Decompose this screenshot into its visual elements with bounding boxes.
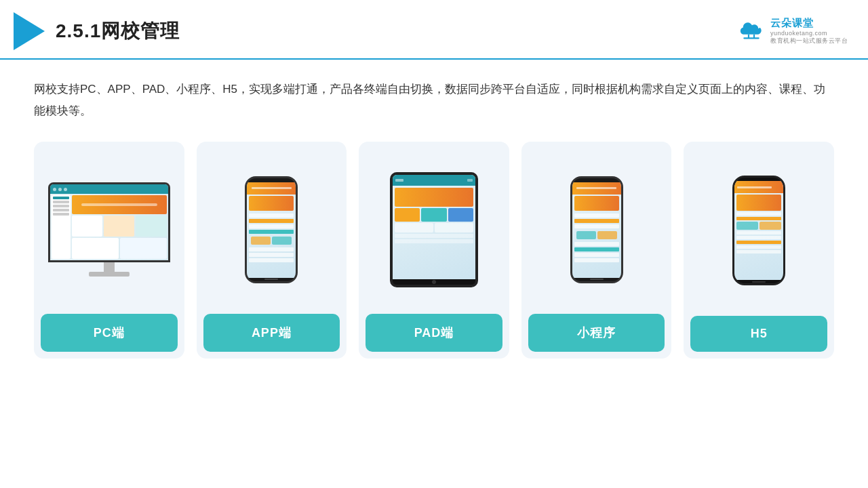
app-phone-icon [245, 176, 298, 283]
card-pad: PAD端 [359, 142, 509, 359]
brand-name: 云朵课堂 [770, 17, 814, 30]
card-app-label: APP端 [203, 314, 340, 352]
brand-tagline: 教育机构一站式服务云平台 [770, 37, 848, 45]
card-pc-label: PC端 [41, 314, 178, 352]
card-miniprogram-image [521, 142, 672, 314]
svg-rect-2 [743, 37, 759, 39]
card-pad-image [359, 142, 509, 314]
card-app: APP端 [197, 142, 347, 359]
brand-text-group: 云朵课堂 yunduoketang.com 教育机构一站式服务云平台 [770, 17, 848, 45]
description-text: 网校支持PC、APP、PAD、小程序、H5，实现多端打通，产品各终端自由切换，数… [34, 79, 834, 123]
miniprogram-phone-icon [570, 176, 623, 283]
brand-url: yunduoketang.com [770, 30, 827, 37]
card-miniprogram-label: 小程序 [528, 314, 665, 352]
pad-tablet-icon [390, 172, 478, 287]
card-miniprogram: 小程序 [521, 142, 672, 359]
header-left: 2.5.1网校管理 [14, 12, 180, 50]
card-h5: H5 [684, 142, 834, 359]
card-pc-image [34, 142, 184, 314]
brand-logo: 云朵课堂 yunduoketang.com 教育机构一站式服务云平台 [736, 17, 848, 45]
card-h5-label: H5 [690, 316, 827, 352]
header-right: 云朵课堂 yunduoketang.com 教育机构一站式服务云平台 [736, 17, 848, 45]
cloud-icon [736, 20, 766, 42]
card-pc: PC端 [34, 142, 184, 359]
pc-monitor-icon [48, 182, 170, 277]
cards-row: PC端 [34, 142, 834, 359]
card-pad-label: PAD端 [366, 314, 502, 352]
header: 2.5.1网校管理 云朵课堂 yunduoketang.com 教育机构一站式服… [0, 0, 868, 60]
logo-triangle-icon [14, 12, 45, 50]
card-h5-image [684, 142, 834, 316]
h5-phone-icon [732, 176, 785, 285]
main-content: 网校支持PC、APP、PAD、小程序、H5，实现多端打通，产品各终端自由切换，数… [0, 60, 868, 372]
page-title: 2.5.1网校管理 [56, 18, 180, 44]
card-app-image [197, 142, 347, 314]
